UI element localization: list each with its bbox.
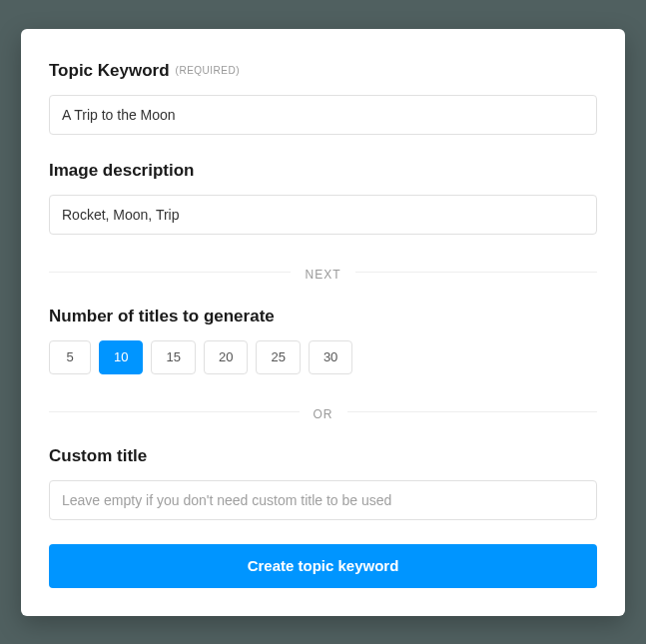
topic-keyword-label: Topic Keyword (REQUIRED) bbox=[49, 61, 597, 81]
titles-count-label: Number of titles to generate bbox=[49, 307, 597, 326]
custom-title-group: Custom title bbox=[49, 446, 597, 520]
image-description-group: Image description bbox=[49, 161, 597, 235]
topic-keyword-group: Topic Keyword (REQUIRED) bbox=[49, 61, 597, 135]
divider-text-next: NEXT bbox=[291, 268, 354, 282]
label-text: Topic Keyword bbox=[49, 61, 170, 81]
titles-option-25[interactable]: 25 bbox=[256, 340, 300, 374]
titles-option-10[interactable]: 10 bbox=[99, 340, 143, 374]
next-divider: NEXT bbox=[49, 265, 597, 279]
image-description-label: Image description bbox=[49, 161, 597, 181]
or-divider: OR bbox=[49, 404, 597, 418]
topic-keyword-input[interactable] bbox=[49, 95, 597, 135]
form-card: Topic Keyword (REQUIRED) Image descripti… bbox=[21, 29, 625, 616]
label-text: Number of titles to generate bbox=[49, 307, 275, 326]
custom-title-input[interactable] bbox=[49, 480, 597, 520]
divider-text-or: OR bbox=[300, 407, 347, 421]
label-text: Custom title bbox=[49, 446, 147, 466]
image-description-input[interactable] bbox=[49, 195, 597, 235]
titles-count-options: 51015202530 bbox=[49, 340, 597, 374]
titles-option-20[interactable]: 20 bbox=[204, 340, 248, 374]
create-topic-keyword-button[interactable]: Create topic keyword bbox=[49, 544, 597, 588]
titles-count-group: Number of titles to generate 51015202530 bbox=[49, 307, 597, 374]
custom-title-label: Custom title bbox=[49, 446, 597, 466]
label-text: Image description bbox=[49, 161, 194, 181]
required-tag: (REQUIRED) bbox=[176, 65, 240, 76]
titles-option-15[interactable]: 15 bbox=[151, 340, 195, 374]
titles-option-30[interactable]: 30 bbox=[309, 340, 352, 374]
titles-option-5[interactable]: 5 bbox=[49, 340, 91, 374]
